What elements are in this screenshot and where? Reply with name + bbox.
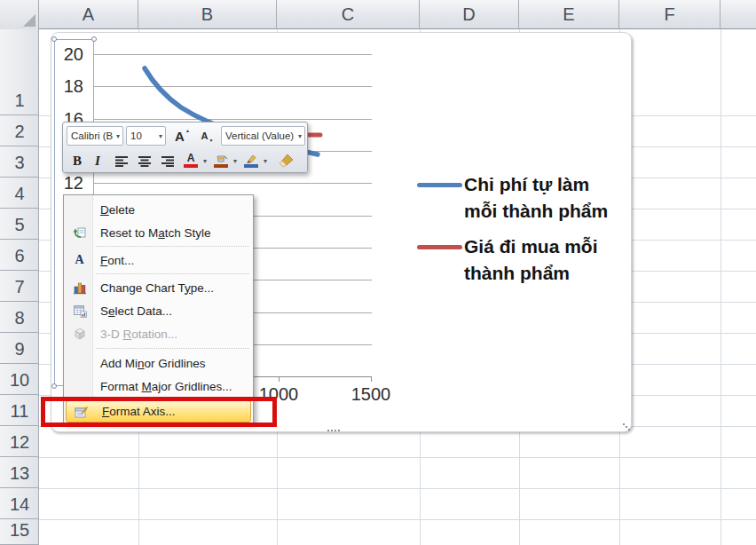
row-header-13[interactable]: 13: [0, 457, 39, 488]
menu-separator: [96, 246, 249, 247]
row-header-11[interactable]: 11: [0, 395, 39, 426]
menu-item-label: 3-D Rotation...: [94, 328, 177, 341]
fill-color-button[interactable]: [211, 150, 231, 171]
chart-resize-handle[interactable]: [335, 430, 336, 431]
select-all-corner[interactable]: [0, 0, 39, 29]
caret-down-icon: ▼: [209, 138, 214, 143]
chevron-down-icon[interactable]: ▾: [116, 132, 120, 140]
align-center-icon: [138, 155, 152, 167]
grow-font-button[interactable]: A▲: [169, 125, 194, 146]
menu-item-reset-to-match-style[interactable]: Reset to Match Style: [65, 221, 252, 244]
menu-separator: [96, 348, 249, 349]
row-header-12[interactable]: 12: [0, 426, 39, 457]
chart-resize-handle[interactable]: [626, 426, 627, 428]
x-axis-label[interactable]: 1500: [351, 384, 391, 405]
font-name-combo[interactable]: Calibri (B ▾: [67, 126, 123, 146]
align-center-button[interactable]: [133, 150, 155, 171]
menu-item-label: Font...: [94, 254, 134, 267]
font-color-swatch: [184, 164, 198, 168]
menu-item-label: Delete: [94, 203, 135, 217]
row-header-8[interactable]: 8: [0, 302, 39, 333]
font-color-dropdown[interactable]: ▾: [201, 150, 209, 171]
gridline: [721, 29, 721, 545]
row-header-7[interactable]: 7: [0, 271, 39, 302]
align-left-button[interactable]: [110, 150, 132, 171]
change-chart-type-icon: [65, 280, 94, 295]
menu-item-add-minor-gridlines[interactable]: Add Minor Gridlines: [65, 351, 252, 375]
mini-toolbar: Calibri (B ▾ 10 ▾ A▲ A▼ Vertical (Value)…: [62, 122, 308, 173]
select-all-triangle: [23, 14, 35, 27]
chevron-down-icon[interactable]: ▾: [298, 132, 302, 140]
chart-resize-handle[interactable]: [327, 430, 329, 431]
chevron-down-icon[interactable]: ▾: [159, 132, 162, 140]
legend-label: Giá đi mua mỗi thành phẩm: [464, 233, 598, 287]
selection-handle[interactable]: [91, 36, 97, 42]
legend-entry-blue[interactable]: Chi phí tự làm mỗi thành phẩm: [417, 171, 608, 225]
outline-color-swatch: [244, 164, 258, 168]
row-header-4[interactable]: 4: [0, 178, 39, 209]
legend-line-blue: [417, 183, 462, 187]
row-header-5[interactable]: 5: [0, 209, 39, 240]
menu-item-label: Change Chart Type...: [94, 281, 214, 295]
row-header-15[interactable]: 15: [0, 519, 39, 545]
column-header-b[interactable]: B: [138, 0, 277, 29]
column-header-e[interactable]: E: [519, 0, 619, 29]
menu-item-label: Add Minor Gridlines: [94, 357, 206, 370]
fill-color-swatch: [214, 164, 228, 168]
chart-resize-handle[interactable]: [623, 423, 625, 425]
column-header-c[interactable]: C: [277, 0, 420, 29]
3d-rotation-icon: [65, 327, 94, 341]
shrink-font-button[interactable]: A▼: [195, 125, 218, 146]
italic-button[interactable]: I: [88, 150, 107, 171]
row-header-14[interactable]: 14: [0, 488, 39, 519]
row-header-1[interactable]: 1: [0, 29, 39, 115]
reset-style-icon: [65, 225, 94, 240]
menu-item-select-data[interactable]: Select Data...: [65, 299, 252, 322]
format-painter-button[interactable]: [274, 150, 297, 171]
row-header-3[interactable]: 3: [0, 146, 39, 178]
row-header-10[interactable]: 10: [0, 364, 39, 395]
chart-resize-handle[interactable]: [628, 429, 630, 430]
legend-line-red: [417, 245, 462, 249]
font-size-combo[interactable]: 10 ▾: [126, 126, 166, 146]
caret-up-icon: ▲: [185, 128, 190, 133]
annotation-highlight-box: [41, 397, 277, 427]
menu-separator: [96, 273, 249, 274]
menu-item-delete[interactable]: Delete: [65, 198, 252, 221]
align-right-button[interactable]: [156, 150, 178, 171]
legend-entry-red[interactable]: Giá đi mua mỗi thành phẩm: [417, 233, 598, 287]
chart-resize-handle[interactable]: [338, 430, 340, 431]
pencil-icon: [244, 154, 258, 163]
outline-color-button[interactable]: [241, 150, 261, 171]
menu-item-3d-rotation[interactable]: 3-D Rotation...: [65, 322, 252, 345]
context-menu: Delete Reset to Match Style A Font...: [63, 194, 254, 423]
font-icon: A: [65, 253, 94, 267]
axis-tick: [279, 377, 280, 382]
selection-handle[interactable]: [51, 36, 57, 42]
menu-item-label: Select Data...: [94, 304, 172, 318]
axis-tick: [371, 377, 372, 382]
column-header-d[interactable]: D: [420, 0, 519, 29]
outline-color-dropdown[interactable]: ▾: [261, 150, 270, 171]
menu-item-font[interactable]: A Font...: [65, 249, 252, 272]
selection-handle[interactable]: [51, 383, 57, 389]
fill-color-dropdown[interactable]: ▾: [231, 150, 240, 171]
legend-label: Chi phí tự làm mỗi thành phẩm: [464, 171, 608, 225]
row-header-9[interactable]: 9: [0, 333, 39, 364]
column-header-a[interactable]: A: [39, 0, 138, 29]
row-header-2[interactable]: 2: [0, 115, 39, 146]
font-color-button[interactable]: A: [181, 150, 201, 171]
select-data-icon: [65, 304, 94, 318]
menu-item-label: Format Major Gridlines...: [94, 380, 232, 393]
align-right-icon: [161, 155, 175, 167]
align-left-icon: [114, 155, 129, 167]
menu-item-format-major-gridlines[interactable]: Format Major Gridlines...: [65, 375, 252, 398]
brush-icon: [278, 154, 294, 168]
row-header-6[interactable]: 6: [0, 240, 39, 271]
bold-button[interactable]: B: [67, 150, 87, 171]
menu-item-change-chart-type[interactable]: Change Chart Type...: [65, 276, 252, 299]
chart-resize-handle[interactable]: [331, 430, 333, 431]
paint-bucket-icon: [214, 154, 228, 163]
column-header-f[interactable]: F: [619, 0, 721, 29]
chart-element-combo[interactable]: Vertical (Value) ▾: [221, 126, 305, 146]
